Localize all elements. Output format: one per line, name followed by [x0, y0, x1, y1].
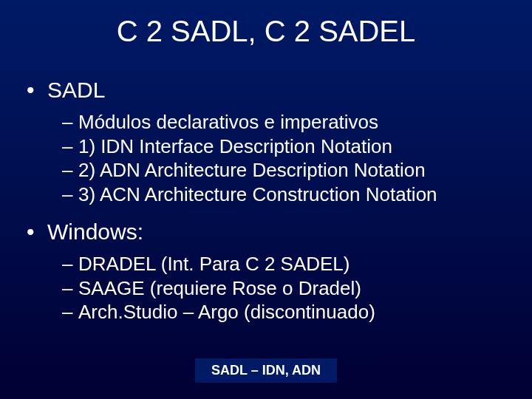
slide-content: •SADL –Módulos declarativos e imperativo…	[0, 55, 532, 324]
slide-title: C 2 SADL, C 2 SADEL	[0, 0, 532, 55]
heading-text: SADL	[47, 78, 105, 102]
dash-icon: –	[62, 300, 78, 324]
dash-icon: –	[62, 276, 78, 301]
item-text: DRADEL (Int. Para C 2 SADEL)	[78, 253, 350, 275]
section-heading: •Windows:	[22, 219, 510, 245]
sub-list: –Módulos declarativos e imperativos –1) …	[22, 110, 510, 206]
list-item: –2) ADN Architecture Description Notatio…	[62, 158, 510, 183]
bullet-dot: •	[27, 78, 47, 103]
dash-icon: –	[62, 158, 78, 183]
dash-icon: –	[62, 183, 78, 207]
dash-icon: –	[62, 252, 78, 276]
dash-icon: –	[62, 134, 78, 159]
list-item: –1) IDN Interface Description Notation	[62, 134, 510, 159]
bullet-dot: •	[27, 219, 47, 245]
sub-list: –DRADEL (Int. Para C 2 SADEL) –SAAGE (re…	[22, 252, 510, 324]
list-item: –SAAGE (requiere Rose o Dradel)	[62, 276, 510, 301]
section-heading: •SADL	[22, 78, 510, 103]
heading-text: Windows:	[47, 219, 143, 244]
list-item: –Módulos declarativos e imperativos	[62, 110, 510, 134]
item-text: 1) IDN Interface Description Notation	[78, 135, 392, 157]
item-text: Módulos declarativos e imperativos	[78, 111, 378, 133]
item-text: Arch.Studio – Argo (discontinuado)	[78, 301, 375, 323]
dash-icon: –	[62, 110, 78, 134]
list-item: –3) ACN Architecture Construction Notati…	[62, 183, 510, 207]
item-text: 2) ADN Architecture Description Notation	[78, 159, 426, 181]
list-item: –Arch.Studio – Argo (discontinuado)	[62, 300, 510, 324]
item-text: SAAGE (requiere Rose o Dradel)	[78, 277, 361, 299]
footer-label: SADL – IDN, ADN	[195, 358, 337, 383]
item-text: 3) ACN Architecture Construction Notatio…	[78, 183, 437, 205]
list-item: –DRADEL (Int. Para C 2 SADEL)	[62, 252, 510, 276]
